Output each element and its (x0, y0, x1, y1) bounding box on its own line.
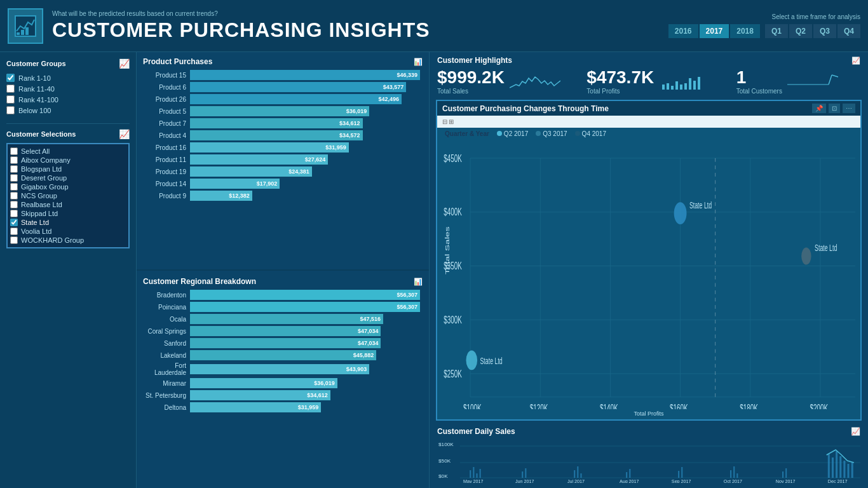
kpi-total-customers: 1 Total Customers (736, 67, 860, 95)
bar-value: $24,381 (288, 168, 309, 175)
svg-rect-5 (667, 83, 669, 90)
sel-voolia-checkbox[interactable] (10, 227, 18, 235)
bar-label: Poinciana (146, 304, 190, 311)
product-bar-chart: Product 15 $46,339 Product 6 $43,577 Pro… (143, 70, 423, 201)
svg-rect-7 (675, 81, 678, 90)
svg-text:$100K: $100K (438, 442, 454, 447)
toolbar-icon-1[interactable]: ⊟ (442, 118, 447, 125)
kpi-row: $999.2K Total Sales $473.7K Total Profit… (437, 67, 860, 95)
highlights-title: Customer Highlights (437, 56, 512, 65)
sel-select-all-checkbox[interactable] (10, 147, 18, 155)
bar-container: $34,612 (190, 118, 420, 128)
total-customers-sparkline (787, 72, 838, 91)
quarter-tab-q3[interactable]: Q3 (813, 24, 836, 38)
header-controls: Select a time frame for analysis 2016 20… (668, 13, 860, 38)
sel-select-all: Select All (10, 147, 126, 156)
bar-value: $56,307 (397, 292, 417, 298)
bar-container: $47,034 (190, 326, 420, 336)
regional-bar-row: St. Petersburg $34,612 (146, 390, 420, 400)
svg-text:Jun 2017: Jun 2017 (515, 479, 534, 483)
bar-container: $31,959 (190, 142, 420, 152)
svg-rect-12 (698, 77, 700, 90)
total-profits-sparkline (659, 72, 710, 91)
bar-value: $27,624 (305, 156, 326, 163)
toolbar-icon-2[interactable]: ⊞ (449, 118, 454, 125)
regional-chart-icon: 📊 (414, 278, 423, 286)
quarter-tabs: Q1 Q2 Q3 Q4 (765, 24, 860, 38)
product-purchases-section: Product Purchases 📊 Product 15 $46,339 P… (137, 52, 429, 268)
svg-rect-59 (577, 466, 578, 478)
bar-label: Lakeland (146, 352, 190, 359)
sel-aibox-checkbox[interactable] (10, 156, 18, 164)
bar-container: $47,516 (190, 314, 420, 324)
svg-rect-64 (681, 467, 682, 478)
bar-label: Bradenton (146, 292, 190, 299)
time-label: Select a time frame for analysis (772, 13, 861, 20)
svg-rect-2 (21, 30, 24, 35)
sel-deseret-checkbox[interactable] (10, 174, 18, 182)
group-rank-41-100-checkbox[interactable] (6, 95, 15, 104)
scatter-pin-btn[interactable]: 📌 (812, 104, 826, 113)
bar-fill: $36,019 (190, 378, 337, 388)
svg-rect-69 (785, 468, 787, 478)
svg-text:Sep 2017: Sep 2017 (672, 479, 691, 483)
sel-ncs-checkbox[interactable] (10, 192, 18, 200)
sel-state-checkbox[interactable] (10, 219, 18, 226)
sel-wockhard-checkbox[interactable] (10, 236, 18, 244)
sel-realbase-checkbox[interactable] (10, 201, 18, 208)
quarter-tab-q1[interactable]: Q1 (765, 24, 788, 38)
group-below-100-checkbox[interactable] (6, 106, 15, 114)
regional-breakdown-header: Customer Regional Breakdown 📊 (143, 277, 423, 286)
legend-q3: Q3 2017 (536, 130, 567, 137)
bar-value: $12,382 (229, 193, 250, 199)
daily-sales-panel: Customer Daily Sales 📈 $100K $50K $0K (430, 424, 868, 488)
scatter-menu-btn[interactable]: ⋯ (843, 104, 855, 113)
svg-rect-6 (671, 86, 674, 90)
daily-sales-title: Customer Daily Sales 📈 (437, 427, 860, 436)
customer-groups-list: Rank 1-10 Rank 11-40 Rank 41-100 Below 1… (6, 72, 130, 116)
sel-voolia: Voolia Ltd (10, 227, 126, 236)
svg-rect-10 (689, 78, 691, 90)
year-tab-2017[interactable]: 2017 (700, 24, 729, 38)
svg-rect-73 (839, 456, 841, 478)
scatter-point-q2 (466, 350, 477, 370)
quarter-tab-q4[interactable]: Q4 (837, 24, 860, 38)
sel-gigabox-checkbox[interactable] (10, 183, 18, 191)
svg-rect-62 (629, 469, 630, 478)
year-tab-2018[interactable]: 2018 (730, 24, 760, 38)
bar-value: $36,019 (314, 380, 335, 386)
product-purchases-title: Product Purchases (143, 57, 212, 66)
bar-fill: $31,959 (190, 142, 349, 152)
bar-fill: $43,577 (190, 82, 406, 92)
year-tab-2016[interactable]: 2016 (668, 24, 698, 38)
quarter-tab-q2[interactable]: Q2 (789, 24, 812, 38)
svg-rect-11 (693, 81, 696, 90)
group-rank-11-40-checkbox[interactable] (6, 85, 15, 93)
sel-skippad-checkbox[interactable] (10, 210, 18, 217)
svg-rect-1 (17, 32, 20, 35)
svg-rect-57 (525, 468, 526, 478)
sel-realbase: Realbase Ltd (10, 200, 126, 209)
svg-rect-68 (782, 471, 783, 478)
regional-bar-row: Sanford $47,034 (146, 338, 420, 348)
highlights-icon: 📈 (851, 57, 860, 65)
groups-section-title: Customer Groups 📈 (6, 58, 130, 69)
sel-blogspan-checkbox[interactable] (10, 165, 18, 173)
scatter-controls: 📌 ⊡ ⋯ (812, 104, 855, 113)
regional-bar-row: Lakeland $45,882 (146, 350, 420, 360)
svg-rect-9 (684, 83, 687, 90)
bar-label: St. Petersburg (146, 392, 190, 399)
bar-fill: $34,612 (190, 390, 330, 400)
bar-value: $46,339 (397, 72, 417, 78)
svg-text:$0K: $0K (438, 473, 448, 479)
bar-value: $34,612 (339, 120, 360, 126)
scatter-point-q4 (801, 248, 811, 265)
bar-label: Coral Springs (146, 328, 190, 335)
title-area: What will be the predicted results based… (52, 10, 668, 42)
scatter-expand-btn[interactable]: ⊡ (829, 104, 840, 113)
bar-container: $45,882 (190, 350, 420, 360)
bar-container: $17,902 (190, 179, 420, 189)
group-rank-1-10-checkbox[interactable] (6, 74, 15, 82)
bar-value: $42,496 (378, 96, 399, 102)
product-chart-icon: 📊 (414, 58, 423, 66)
